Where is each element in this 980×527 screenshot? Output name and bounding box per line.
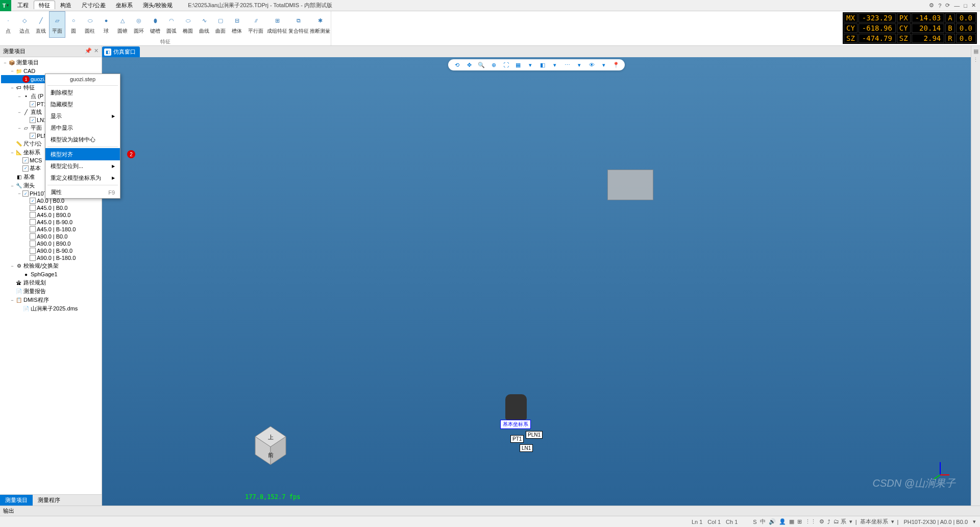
nav-cube[interactable]: 上 前 — [245, 424, 296, 475]
vp-tool-icon[interactable]: ▾ — [599, 60, 608, 69]
menu-5[interactable]: 测头/校验规 — [138, 1, 178, 10]
ribbon-球[interactable]: ●球 — [98, 11, 114, 38]
maximize-icon[interactable]: □ — [964, 3, 967, 9]
status-icon[interactable]: | — [855, 519, 857, 525]
status-icon[interactable]: ▾ — [849, 518, 852, 525]
ribbon-点[interactable]: ·点 — [0, 11, 16, 38]
menu-0[interactable]: 工程 — [12, 1, 34, 10]
vp-tool-icon[interactable]: ⛶ — [501, 60, 510, 69]
ribbon-推断测量[interactable]: ✱推断测量 — [309, 11, 331, 38]
close-panel-icon[interactable]: ✕ — [94, 47, 99, 55]
ribbon-圆环[interactable]: ◎圆环 — [131, 11, 147, 38]
ribbon-圆弧[interactable]: ◠圆弧 — [163, 11, 180, 38]
tree-item[interactable]: A45.0 | B-90.0 — [1, 219, 101, 226]
vp-tool-icon[interactable]: ✥ — [464, 60, 474, 69]
tree-item[interactable]: 📄山涧果子2025.dms — [1, 304, 101, 313]
status-icon[interactable]: 基本坐标系 — [860, 518, 888, 525]
menu-3[interactable]: 尺寸/公差 — [77, 1, 111, 10]
vp-tool-icon[interactable]: ◧ — [538, 60, 547, 69]
tree-item[interactable]: A45.0 | B90.0 — [1, 211, 101, 219]
status-icon[interactable]: ⋮⋮ — [805, 518, 816, 525]
tree-item[interactable]: ●SphGage1 — [1, 270, 101, 278]
ribbon-曲面[interactable]: ▢曲面 — [212, 11, 229, 38]
tree-item[interactable]: A90.0 | B-180.0 — [1, 254, 101, 261]
status-icon[interactable]: S — [753, 519, 756, 525]
vp-tool-icon[interactable]: ⋯ — [562, 60, 572, 69]
gutter-icon[interactable]: ▦ — [973, 48, 978, 55]
tree-item[interactable]: A45.0 | B0.0 — [1, 204, 101, 211]
status-icon[interactable]: ⚙ — [819, 518, 824, 525]
status-icon[interactable]: ▾ — [891, 518, 894, 525]
vp-tool-icon[interactable]: ⟲ — [452, 60, 461, 69]
tree-item[interactable]: −📋DMIS程序 — [1, 296, 101, 304]
status-icon[interactable]: | — [897, 519, 899, 525]
ribbon-椭圆[interactable]: ⬭椭圆 — [180, 11, 196, 38]
gutter-icon[interactable]: ⋮ — [973, 57, 978, 63]
ribbon-成组特征[interactable]: ⊞成组特征 — [266, 11, 288, 38]
ribbon-曲线[interactable]: ∿曲线 — [196, 11, 212, 38]
close-icon[interactable]: ✕ — [971, 2, 976, 9]
coord-system-label[interactable]: 基本坐标系 — [500, 420, 531, 429]
app-icon[interactable]: T — [0, 0, 11, 11]
ribbon-直线[interactable]: ╱直线 — [33, 11, 49, 38]
ctx-居中显示[interactable]: 居中显示 — [45, 122, 120, 134]
tree-item[interactable]: A90.0 | B90.0 — [1, 240, 101, 247]
ribbon-边点[interactable]: ◇边点 — [16, 11, 33, 38]
ribbon-平行面[interactable]: ⫽平行面 — [245, 11, 266, 38]
tree-item[interactable]: 🛣路径规划 — [1, 278, 101, 287]
ribbon-键槽[interactable]: ⬮键槽 — [147, 11, 163, 38]
status-icon[interactable]: 👤 — [779, 518, 786, 525]
tree-item[interactable]: A45.0 | B-180.0 — [1, 226, 101, 233]
ctx-显示[interactable]: 显示▶ — [45, 110, 120, 122]
status-icon[interactable]: ▦ — [789, 518, 794, 525]
feature-label-pln1[interactable]: PLN1 — [526, 431, 543, 439]
ctx-属性[interactable]: 属性F9 — [45, 186, 120, 198]
ribbon-复合特征[interactable]: ⧉复合特征 — [288, 11, 309, 38]
ribbon-圆锥[interactable]: △圆锥 — [114, 11, 131, 38]
status-icon[interactable]: ⤴ — [827, 519, 830, 525]
ctx-模型定位到...[interactable]: 模型定位到...▶ — [45, 160, 120, 172]
vp-tool-icon[interactable]: ▾ — [575, 60, 584, 69]
settings-icon[interactable]: ⚙ — [929, 2, 934, 9]
tree-item[interactable]: −⚙校验规/交换架 — [1, 261, 101, 270]
vp-tool-icon[interactable]: 📍 — [611, 60, 621, 69]
ctx-删除模型[interactable]: 删除模型 — [45, 87, 120, 99]
probe-model[interactable] — [505, 394, 527, 420]
status-probe[interactable]: PH10T-2X30 | A0.0 | B0.0 — [903, 519, 968, 525]
vp-tool-icon[interactable]: ⊕ — [489, 60, 498, 69]
menu-4[interactable]: 坐标系 — [111, 1, 138, 10]
status-icon[interactable]: 🗂 系 — [834, 518, 846, 525]
status-icon[interactable]: 🔊 — [769, 518, 776, 525]
ribbon-圆[interactable]: ○圆 — [65, 11, 82, 38]
ribbon-圆柱[interactable]: ⬭圆柱 — [82, 11, 98, 38]
menu-1[interactable]: 特征 — [34, 1, 55, 9]
feature-label-ln1[interactable]: LN1 — [520, 444, 533, 452]
ctx-隐藏模型[interactable]: 隐藏模型 — [45, 99, 120, 110]
vp-tool-icon[interactable]: 👁 — [587, 60, 596, 69]
vp-tool-icon[interactable]: ▦ — [513, 60, 523, 69]
vp-tool-icon[interactable]: ▾ — [526, 60, 535, 69]
vp-tool-icon[interactable]: 🔍 — [477, 60, 486, 69]
menu-2[interactable]: 构造 — [55, 1, 77, 10]
ctx-模型对齐[interactable]: 模型对齐2 — [45, 148, 120, 160]
left-tab-0[interactable]: 测量项目 — [0, 495, 33, 506]
3d-viewport[interactable]: ⟲✥🔍⊕⛶▦▾◧▾⋯▾👁▾📍 基本坐标系 PT1 PLN1 LN1 上 前 — [102, 57, 971, 506]
minimize-icon[interactable]: — — [954, 3, 960, 9]
tree-item[interactable]: A90.0 | B-90.0 — [1, 247, 101, 254]
feature-label-pt1[interactable]: PT1 — [510, 435, 524, 443]
status-icon[interactable]: 中 — [760, 518, 766, 525]
ribbon-平面[interactable]: ▱平面 — [49, 11, 65, 38]
tree-item[interactable]: A90.0 | B0.0 — [1, 233, 101, 240]
cad-model[interactable] — [607, 170, 653, 200]
ctx-重定义模型坐标系为[interactable]: 重定义模型坐标系为▶ — [45, 172, 120, 184]
ctx-模型设为旋转中心[interactable]: 模型设为旋转中心 — [45, 134, 120, 146]
help-icon[interactable]: ? — [938, 3, 941, 9]
refresh-icon[interactable]: ⟳ — [945, 2, 950, 9]
left-tab-1[interactable]: 测量程序 — [33, 495, 65, 506]
viewport-tab[interactable]: ◧ 仿真窗口 — [102, 46, 140, 57]
pin-icon[interactable]: 📌 — [85, 47, 92, 55]
vp-tool-icon[interactable]: ▾ — [550, 60, 559, 69]
status-icon[interactable]: ⊞ — [797, 518, 802, 525]
tree-root[interactable]: −📦 测量项目 — [1, 58, 101, 67]
ribbon-槽体[interactable]: ⊟槽体 — [229, 11, 245, 38]
